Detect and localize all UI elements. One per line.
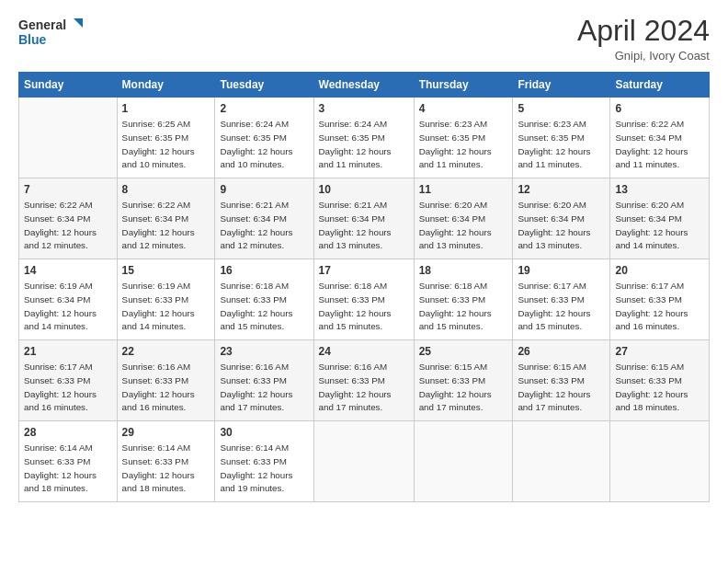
day-detail: Sunrise: 6:22 AMSunset: 6:34 PMDaylight:… xyxy=(122,200,195,250)
calendar-cell: 23 Sunrise: 6:16 AMSunset: 6:33 PMDaylig… xyxy=(215,340,313,421)
calendar-cell: 21 Sunrise: 6:17 AMSunset: 6:33 PMDaylig… xyxy=(19,340,118,421)
calendar-cell: 1 Sunrise: 6:25 AMSunset: 6:35 PMDayligh… xyxy=(117,98,215,178)
calendar-cell: 27 Sunrise: 6:15 AMSunset: 6:33 PMDaylig… xyxy=(610,340,710,421)
column-header-saturday: Saturday xyxy=(610,73,710,98)
day-detail: Sunrise: 6:14 AMSunset: 6:33 PMDaylight:… xyxy=(220,442,292,493)
calendar-cell: 2 Sunrise: 6:24 AMSunset: 6:35 PMDayligh… xyxy=(215,98,313,178)
day-number: 21 xyxy=(24,344,112,359)
day-number: 17 xyxy=(319,263,409,278)
logo: General Blue xyxy=(18,15,83,52)
calendar-cell: 6 Sunrise: 6:22 AMSunset: 6:34 PMDayligh… xyxy=(610,98,710,178)
calendar-cell: 17 Sunrise: 6:18 AMSunset: 6:33 PMDaylig… xyxy=(313,259,414,340)
calendar-cell: 12 Sunrise: 6:20 AMSunset: 6:34 PMDaylig… xyxy=(513,178,610,259)
calendar-cell: 26 Sunrise: 6:15 AMSunset: 6:33 PMDaylig… xyxy=(513,340,610,421)
day-number: 6 xyxy=(615,101,704,116)
calendar-cell: 3 Sunrise: 6:24 AMSunset: 6:35 PMDayligh… xyxy=(313,98,414,178)
calendar-cell xyxy=(313,421,414,502)
day-number: 1 xyxy=(122,101,210,116)
day-number: 24 xyxy=(319,344,409,359)
calendar-cell: 30 Sunrise: 6:14 AMSunset: 6:33 PMDaylig… xyxy=(215,421,313,502)
main-title: April 2024 xyxy=(577,15,710,47)
day-number: 30 xyxy=(220,425,308,440)
calendar-week-row: 14 Sunrise: 6:19 AMSunset: 6:34 PMDaylig… xyxy=(19,259,710,340)
column-header-thursday: Thursday xyxy=(414,73,513,98)
calendar-header-row: SundayMondayTuesdayWednesdayThursdayFrid… xyxy=(19,73,710,98)
day-detail: Sunrise: 6:22 AMSunset: 6:34 PMDaylight:… xyxy=(615,119,688,169)
day-number: 29 xyxy=(122,425,210,440)
day-number: 2 xyxy=(220,101,308,116)
day-detail: Sunrise: 6:15 AMSunset: 6:33 PMDaylight:… xyxy=(518,362,590,412)
day-number: 26 xyxy=(518,344,605,359)
day-number: 18 xyxy=(419,263,508,278)
day-detail: Sunrise: 6:19 AMSunset: 6:34 PMDaylight:… xyxy=(24,281,97,331)
column-header-friday: Friday xyxy=(513,73,610,98)
day-detail: Sunrise: 6:17 AMSunset: 6:33 PMDaylight:… xyxy=(615,281,688,331)
day-number: 9 xyxy=(220,182,308,197)
calendar-cell: 24 Sunrise: 6:16 AMSunset: 6:33 PMDaylig… xyxy=(313,340,414,421)
day-number: 12 xyxy=(518,182,605,197)
calendar-cell xyxy=(610,421,710,502)
calendar-week-row: 28 Sunrise: 6:14 AMSunset: 6:33 PMDaylig… xyxy=(19,421,710,502)
calendar-week-row: 7 Sunrise: 6:22 AMSunset: 6:34 PMDayligh… xyxy=(19,178,710,259)
day-number: 3 xyxy=(319,101,409,116)
day-number: 5 xyxy=(518,101,605,116)
day-number: 23 xyxy=(220,344,308,359)
day-number: 16 xyxy=(220,263,308,278)
calendar-cell: 16 Sunrise: 6:18 AMSunset: 6:33 PMDaylig… xyxy=(215,259,313,340)
calendar-cell: 22 Sunrise: 6:16 AMSunset: 6:33 PMDaylig… xyxy=(117,340,215,421)
calendar-week-row: 21 Sunrise: 6:17 AMSunset: 6:33 PMDaylig… xyxy=(19,340,710,421)
calendar-table: SundayMondayTuesdayWednesdayThursdayFrid… xyxy=(18,72,710,502)
calendar-cell: 11 Sunrise: 6:20 AMSunset: 6:34 PMDaylig… xyxy=(414,178,513,259)
day-detail: Sunrise: 6:25 AMSunset: 6:35 PMDaylight:… xyxy=(122,119,195,169)
calendar-cell: 14 Sunrise: 6:19 AMSunset: 6:34 PMDaylig… xyxy=(19,259,118,340)
calendar-cell: 19 Sunrise: 6:17 AMSunset: 6:33 PMDaylig… xyxy=(513,259,610,340)
day-number: 27 xyxy=(615,344,704,359)
calendar-cell xyxy=(513,421,610,502)
subtitle: Gnipi, Ivory Coast xyxy=(577,49,710,63)
calendar-cell: 13 Sunrise: 6:20 AMSunset: 6:34 PMDaylig… xyxy=(610,178,710,259)
day-detail: Sunrise: 6:14 AMSunset: 6:33 PMDaylight:… xyxy=(122,442,195,493)
day-detail: Sunrise: 6:23 AMSunset: 6:35 PMDaylight:… xyxy=(518,119,590,169)
day-detail: Sunrise: 6:20 AMSunset: 6:34 PMDaylight:… xyxy=(615,200,688,250)
calendar-week-row: 1 Sunrise: 6:25 AMSunset: 6:35 PMDayligh… xyxy=(19,98,710,178)
title-block: April 2024 Gnipi, Ivory Coast xyxy=(577,15,710,63)
day-number: 19 xyxy=(518,263,605,278)
day-detail: Sunrise: 6:17 AMSunset: 6:33 PMDaylight:… xyxy=(518,281,590,331)
day-number: 13 xyxy=(615,182,704,197)
calendar-cell: 29 Sunrise: 6:14 AMSunset: 6:33 PMDaylig… xyxy=(117,421,215,502)
svg-text:Blue: Blue xyxy=(18,32,47,47)
day-detail: Sunrise: 6:15 AMSunset: 6:33 PMDaylight:… xyxy=(615,362,688,412)
calendar-cell: 25 Sunrise: 6:15 AMSunset: 6:33 PMDaylig… xyxy=(414,340,513,421)
day-detail: Sunrise: 6:14 AMSunset: 6:33 PMDaylight:… xyxy=(24,442,97,493)
day-detail: Sunrise: 6:22 AMSunset: 6:34 PMDaylight:… xyxy=(24,200,97,250)
day-detail: Sunrise: 6:23 AMSunset: 6:35 PMDaylight:… xyxy=(419,119,492,169)
calendar-cell: 4 Sunrise: 6:23 AMSunset: 6:35 PMDayligh… xyxy=(414,98,513,178)
day-detail: Sunrise: 6:18 AMSunset: 6:33 PMDaylight:… xyxy=(419,281,492,331)
day-number: 14 xyxy=(24,263,112,278)
calendar-cell: 18 Sunrise: 6:18 AMSunset: 6:33 PMDaylig… xyxy=(414,259,513,340)
calendar-cell: 28 Sunrise: 6:14 AMSunset: 6:33 PMDaylig… xyxy=(19,421,118,502)
day-number: 10 xyxy=(319,182,409,197)
day-number: 8 xyxy=(122,182,210,197)
day-detail: Sunrise: 6:15 AMSunset: 6:33 PMDaylight:… xyxy=(419,362,492,412)
day-number: 25 xyxy=(419,344,508,359)
day-detail: Sunrise: 6:16 AMSunset: 6:33 PMDaylight:… xyxy=(319,362,392,412)
day-number: 15 xyxy=(122,263,210,278)
column-header-wednesday: Wednesday xyxy=(313,73,414,98)
calendar-cell: 7 Sunrise: 6:22 AMSunset: 6:34 PMDayligh… xyxy=(19,178,118,259)
day-detail: Sunrise: 6:18 AMSunset: 6:33 PMDaylight:… xyxy=(220,281,292,331)
day-number: 7 xyxy=(24,182,112,197)
day-number: 11 xyxy=(419,182,508,197)
day-number: 22 xyxy=(122,344,210,359)
day-detail: Sunrise: 6:19 AMSunset: 6:33 PMDaylight:… xyxy=(122,281,195,331)
logo-svg: General Blue xyxy=(18,15,83,52)
calendar-cell: 8 Sunrise: 6:22 AMSunset: 6:34 PMDayligh… xyxy=(117,178,215,259)
day-detail: Sunrise: 6:21 AMSunset: 6:34 PMDaylight:… xyxy=(220,200,292,250)
column-header-monday: Monday xyxy=(117,73,215,98)
calendar-cell: 20 Sunrise: 6:17 AMSunset: 6:33 PMDaylig… xyxy=(610,259,710,340)
header: General Blue April 2024 Gnipi, Ivory Coa… xyxy=(18,15,710,63)
calendar-cell xyxy=(19,98,118,178)
column-header-sunday: Sunday xyxy=(19,73,118,98)
day-number: 28 xyxy=(24,425,112,440)
day-detail: Sunrise: 6:21 AMSunset: 6:34 PMDaylight:… xyxy=(319,200,392,250)
